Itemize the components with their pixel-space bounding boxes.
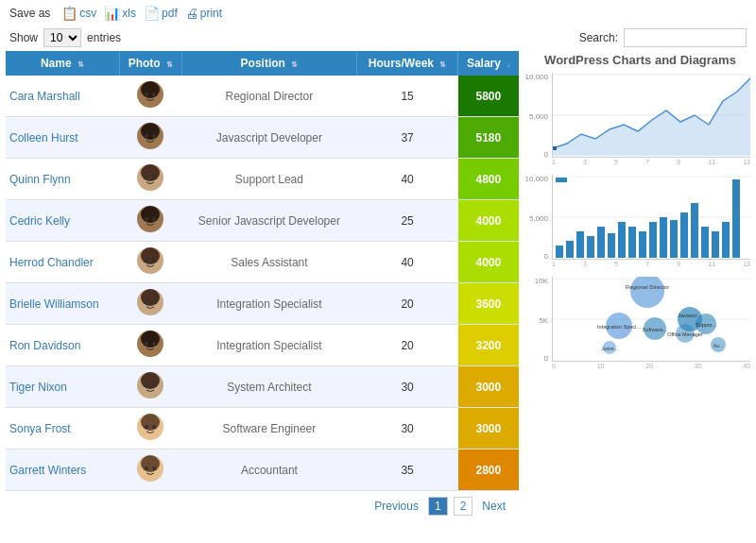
xls-icon: 📊	[104, 6, 120, 21]
col-name[interactable]: Name ⇅	[6, 51, 119, 76]
table-row: Garrett Winters Accountant 35 2800	[6, 450, 519, 491]
svg-rect-43	[553, 146, 557, 150]
employee-position: Senior Javascript Developer	[181, 200, 356, 242]
employee-photo	[119, 159, 181, 200]
show-entries-select[interactable]: 10 25 50	[43, 28, 81, 47]
svg-point-26	[145, 342, 148, 346]
pdf-link[interactable]: 📄 pdf	[144, 6, 178, 21]
employee-hours: 40	[357, 242, 458, 283]
table-row: Tiger Nixon System Architect 30 3000	[6, 366, 519, 408]
svg-point-15	[152, 217, 156, 221]
svg-rect-63	[732, 179, 740, 258]
employee-table: Name ⇅ Photo ⇅ Position ⇅ Hours/Week ⇅ S…	[6, 51, 519, 491]
employee-salary: 2800	[458, 450, 519, 491]
employee-name[interactable]: Garrett Winters	[6, 450, 119, 491]
employee-hours: 40	[357, 159, 458, 200]
employee-name[interactable]: Brielle Williamson	[6, 283, 119, 325]
svg-rect-54	[639, 231, 646, 258]
employee-photo	[119, 242, 181, 283]
svg-point-5	[141, 123, 160, 140]
svg-point-21	[141, 289, 160, 306]
col-salary[interactable]: Salary ↓	[458, 51, 519, 76]
search-input[interactable]	[624, 28, 747, 47]
col-photo[interactable]: Photo ⇅	[119, 51, 181, 76]
bubble-chart-container: 10K 5K 0 Regional Director	[530, 277, 750, 369]
employee-photo	[119, 117, 181, 159]
svg-rect-46	[556, 246, 563, 258]
svg-point-31	[152, 383, 156, 387]
bar-chart-svg	[552, 175, 750, 260]
pagination: Previous 1 2 Next	[6, 491, 519, 521]
employee-name[interactable]: Cara Marshall	[6, 76, 119, 117]
svg-text:Au...: Au...	[713, 343, 723, 348]
svg-point-27	[152, 342, 156, 346]
employee-photo	[119, 450, 181, 491]
employee-position: Javascript Developer	[181, 117, 356, 159]
employee-name[interactable]: Sonya Frost	[6, 408, 119, 450]
table-row: Sonya Frost Software Engineer 30 3000	[6, 408, 519, 450]
col-position[interactable]: Position ⇅	[181, 51, 356, 76]
line-chart-container: 10,000 5,000 0	[530, 73, 750, 165]
svg-text:Software...: Software...	[643, 327, 668, 332]
previous-page-btn[interactable]: Previous	[370, 498, 422, 515]
table-row: Herrod Chandler Sales Assistant 40 4000	[6, 242, 519, 283]
svg-rect-59	[691, 203, 698, 258]
employee-salary: 3000	[458, 408, 519, 450]
svg-rect-61	[712, 231, 719, 258]
svg-point-38	[145, 467, 148, 470]
svg-rect-53	[628, 227, 636, 258]
svg-point-29	[141, 372, 160, 389]
svg-point-35	[152, 425, 156, 429]
svg-rect-60	[701, 227, 709, 258]
employee-position: Regional Director	[181, 76, 356, 117]
employee-name[interactable]: Cedric Kelly	[6, 200, 119, 242]
svg-point-30	[145, 383, 148, 387]
svg-rect-52	[618, 222, 626, 258]
table-row: Ron Davidson Integration Specialist 20 3…	[6, 325, 519, 366]
employee-salary: 4800	[458, 159, 519, 200]
svg-point-7	[152, 134, 156, 138]
svg-rect-64	[556, 178, 567, 182]
svg-text:Suppor...: Suppor...	[696, 322, 716, 328]
employee-position: Support Lead	[181, 159, 356, 200]
svg-rect-62	[722, 222, 730, 258]
page-2-btn[interactable]: 2	[454, 497, 473, 516]
next-page-btn[interactable]: Next	[478, 498, 509, 515]
svg-rect-47	[566, 241, 574, 258]
employee-salary: 5800	[458, 76, 519, 117]
employee-name[interactable]: Tiger Nixon	[6, 366, 119, 408]
print-link[interactable]: 🖨 print	[185, 6, 222, 21]
employee-name[interactable]: Colleen Hurst	[6, 117, 119, 159]
print-icon: 🖨	[185, 6, 198, 21]
csv-link[interactable]: 📋 csv	[61, 6, 96, 21]
svg-marker-42	[553, 77, 750, 156]
svg-point-25	[141, 331, 160, 348]
employee-name[interactable]: Quinn Flynn	[6, 159, 119, 200]
svg-rect-56	[660, 217, 667, 258]
svg-rect-51	[608, 233, 615, 258]
employee-photo	[119, 325, 181, 366]
pdf-icon: 📄	[144, 6, 160, 21]
employee-photo	[119, 366, 181, 408]
xls-link[interactable]: 📊 xls	[104, 6, 136, 21]
employee-hours: 35	[357, 450, 458, 491]
employee-salary: 3600	[458, 283, 519, 325]
employee-photo	[119, 76, 181, 117]
svg-rect-50	[597, 227, 605, 258]
col-hours[interactable]: Hours/Week ⇅	[357, 51, 458, 76]
csv-icon: 📋	[61, 6, 77, 21]
svg-point-22	[145, 300, 148, 304]
employee-salary: 5180	[458, 117, 519, 159]
employee-position: System Architect	[181, 366, 356, 408]
page-1-btn[interactable]: 1	[428, 497, 448, 516]
search-label: Search:	[579, 31, 618, 44]
bar-chart-container: 10,000 5,000 0	[530, 175, 750, 267]
svg-text:Integration Speci...: Integration Speci...	[597, 324, 641, 330]
table-row: Cedric Kelly Senior Javascript Developer…	[6, 200, 519, 242]
svg-point-11	[152, 176, 156, 179]
svg-point-14	[145, 217, 148, 221]
employee-name[interactable]: Ron Davidson	[6, 325, 119, 366]
employee-name[interactable]: Herrod Chandler	[6, 242, 119, 283]
table-row: Colleen Hurst Javascript Developer 37 51…	[6, 117, 519, 159]
employee-hours: 20	[357, 325, 458, 366]
